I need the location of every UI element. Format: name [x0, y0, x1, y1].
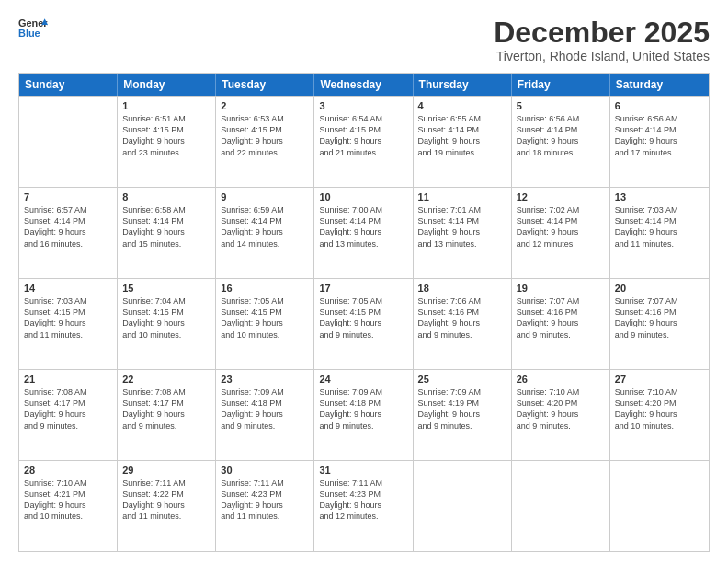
- day-info: Sunrise: 7:02 AMSunset: 4:14 PMDaylight:…: [517, 204, 605, 249]
- day-number: 23: [221, 373, 309, 385]
- day-number: 20: [615, 282, 704, 293]
- day-number: 21: [24, 373, 112, 385]
- day-info: Sunrise: 7:01 AMSunset: 4:14 PMDaylight:…: [418, 204, 506, 249]
- week-row-4: 21Sunrise: 7:08 AMSunset: 4:17 PMDayligh…: [19, 369, 709, 460]
- svg-text:Blue: Blue: [18, 28, 40, 39]
- logo-icon: General Blue: [18, 17, 48, 42]
- day-info: Sunrise: 7:05 AMSunset: 4:15 PMDaylight:…: [319, 295, 407, 340]
- cal-cell: 17Sunrise: 7:05 AMSunset: 4:15 PMDayligh…: [314, 279, 413, 369]
- cal-cell: 18Sunrise: 7:06 AMSunset: 4:16 PMDayligh…: [414, 279, 512, 369]
- calendar-body: 1Sunrise: 6:51 AMSunset: 4:15 PMDaylight…: [19, 96, 709, 551]
- day-info: Sunrise: 7:11 AMSunset: 4:22 PMDaylight:…: [122, 477, 210, 523]
- day-info: Sunrise: 7:10 AMSunset: 4:20 PMDaylight:…: [615, 386, 704, 431]
- day-info: Sunrise: 7:09 AMSunset: 4:18 PMDaylight:…: [319, 386, 407, 431]
- cal-cell: 2Sunrise: 6:53 AMSunset: 4:15 PMDaylight…: [216, 97, 314, 187]
- cal-cell: 16Sunrise: 7:05 AMSunset: 4:15 PMDayligh…: [216, 279, 314, 369]
- day-info: Sunrise: 7:07 AMSunset: 4:16 PMDaylight:…: [615, 295, 704, 340]
- cal-cell: 30Sunrise: 7:11 AMSunset: 4:23 PMDayligh…: [216, 461, 314, 551]
- day-number: 4: [418, 100, 506, 111]
- day-number: 2: [221, 100, 309, 111]
- calendar: SundayMondayTuesdayWednesdayThursdayFrid…: [18, 73, 710, 552]
- day-number: 25: [418, 373, 506, 385]
- day-info: Sunrise: 7:11 AMSunset: 4:23 PMDaylight:…: [221, 477, 309, 523]
- day-info: Sunrise: 7:08 AMSunset: 4:17 PMDaylight:…: [122, 386, 210, 431]
- day-info: Sunrise: 7:10 AMSunset: 4:20 PMDaylight:…: [517, 386, 605, 431]
- day-info: Sunrise: 6:59 AMSunset: 4:14 PMDaylight:…: [221, 204, 309, 249]
- day-number: 3: [319, 100, 407, 111]
- day-number: 16: [221, 282, 309, 293]
- cal-cell: 22Sunrise: 7:08 AMSunset: 4:17 PMDayligh…: [118, 370, 216, 460]
- cal-cell: 14Sunrise: 7:03 AMSunset: 4:15 PMDayligh…: [19, 279, 118, 369]
- cal-cell: 7Sunrise: 6:57 AMSunset: 4:14 PMDaylight…: [19, 188, 118, 278]
- day-header-sunday: Sunday: [19, 74, 118, 96]
- day-number: 28: [24, 465, 112, 476]
- day-number: 26: [517, 373, 605, 385]
- day-number: 8: [122, 191, 210, 202]
- day-header-friday: Friday: [512, 74, 610, 96]
- day-number: 18: [418, 282, 506, 293]
- day-info: Sunrise: 7:00 AMSunset: 4:14 PMDaylight:…: [319, 204, 407, 249]
- week-row-2: 7Sunrise: 6:57 AMSunset: 4:14 PMDaylight…: [19, 187, 709, 278]
- cal-cell: 15Sunrise: 7:04 AMSunset: 4:15 PMDayligh…: [118, 279, 216, 369]
- cal-cell: 13Sunrise: 7:03 AMSunset: 4:14 PMDayligh…: [610, 188, 709, 278]
- day-number: 22: [122, 373, 210, 385]
- cal-cell: 19Sunrise: 7:07 AMSunset: 4:16 PMDayligh…: [512, 279, 610, 369]
- day-number: 10: [319, 191, 407, 202]
- cal-cell: 25Sunrise: 7:09 AMSunset: 4:19 PMDayligh…: [414, 370, 512, 460]
- day-info: Sunrise: 7:07 AMSunset: 4:16 PMDaylight:…: [517, 295, 605, 340]
- location: Tiverton, Rhode Island, United States: [494, 49, 710, 63]
- cal-cell: 31Sunrise: 7:11 AMSunset: 4:23 PMDayligh…: [314, 461, 413, 551]
- day-info: Sunrise: 6:55 AMSunset: 4:14 PMDaylight:…: [418, 113, 506, 158]
- day-header-monday: Monday: [118, 74, 216, 96]
- month-title: December 2025: [494, 17, 710, 49]
- day-header-tuesday: Tuesday: [216, 74, 314, 96]
- day-header-wednesday: Wednesday: [314, 74, 413, 96]
- day-info: Sunrise: 6:58 AMSunset: 4:14 PMDaylight:…: [122, 204, 210, 249]
- cal-cell: [19, 97, 118, 187]
- day-number: 7: [24, 191, 112, 202]
- day-header-saturday: Saturday: [610, 74, 709, 96]
- day-number: 31: [319, 465, 407, 476]
- logo: General Blue: [18, 17, 48, 42]
- cal-cell: 5Sunrise: 6:56 AMSunset: 4:14 PMDaylight…: [512, 97, 610, 187]
- cal-cell: 9Sunrise: 6:59 AMSunset: 4:14 PMDaylight…: [216, 188, 314, 278]
- cal-cell: 10Sunrise: 7:00 AMSunset: 4:14 PMDayligh…: [314, 188, 413, 278]
- day-number: 19: [517, 282, 605, 293]
- day-info: Sunrise: 6:53 AMSunset: 4:15 PMDaylight:…: [221, 113, 309, 158]
- cal-cell: 29Sunrise: 7:11 AMSunset: 4:22 PMDayligh…: [118, 461, 216, 551]
- day-info: Sunrise: 7:09 AMSunset: 4:19 PMDaylight:…: [418, 386, 506, 431]
- day-number: 1: [122, 100, 210, 111]
- cal-cell: 24Sunrise: 7:09 AMSunset: 4:18 PMDayligh…: [314, 370, 413, 460]
- cal-cell: 4Sunrise: 6:55 AMSunset: 4:14 PMDaylight…: [414, 97, 512, 187]
- cal-cell: 27Sunrise: 7:10 AMSunset: 4:20 PMDayligh…: [610, 370, 709, 460]
- cal-cell: [512, 461, 610, 551]
- week-row-1: 1Sunrise: 6:51 AMSunset: 4:15 PMDaylight…: [19, 96, 709, 187]
- day-number: 17: [319, 282, 407, 293]
- day-info: Sunrise: 7:08 AMSunset: 4:17 PMDaylight:…: [24, 386, 112, 431]
- day-info: Sunrise: 7:11 AMSunset: 4:23 PMDaylight:…: [319, 477, 407, 523]
- day-number: 24: [319, 373, 407, 385]
- day-number: 27: [615, 373, 704, 385]
- day-info: Sunrise: 7:09 AMSunset: 4:18 PMDaylight:…: [221, 386, 309, 431]
- day-number: 30: [221, 465, 309, 476]
- cal-cell: 23Sunrise: 7:09 AMSunset: 4:18 PMDayligh…: [216, 370, 314, 460]
- day-info: Sunrise: 7:03 AMSunset: 4:15 PMDaylight:…: [24, 295, 112, 340]
- cal-cell: [414, 461, 512, 551]
- title-block: December 2025 Tiverton, Rhode Island, Un…: [494, 17, 710, 63]
- day-info: Sunrise: 7:03 AMSunset: 4:14 PMDaylight:…: [615, 204, 704, 249]
- page: General Blue December 2025 Tiverton, Rho…: [0, 0, 728, 563]
- day-info: Sunrise: 7:05 AMSunset: 4:15 PMDaylight:…: [221, 295, 309, 340]
- day-number: 5: [517, 100, 605, 111]
- day-header-thursday: Thursday: [414, 74, 512, 96]
- day-info: Sunrise: 6:54 AMSunset: 4:15 PMDaylight:…: [319, 113, 407, 158]
- cal-cell: 20Sunrise: 7:07 AMSunset: 4:16 PMDayligh…: [610, 279, 709, 369]
- day-number: 11: [418, 191, 506, 202]
- cal-cell: 26Sunrise: 7:10 AMSunset: 4:20 PMDayligh…: [512, 370, 610, 460]
- cal-cell: 6Sunrise: 6:56 AMSunset: 4:14 PMDaylight…: [610, 97, 709, 187]
- day-number: 6: [615, 100, 704, 111]
- day-info: Sunrise: 7:06 AMSunset: 4:16 PMDaylight:…: [418, 295, 506, 340]
- day-info: Sunrise: 6:57 AMSunset: 4:14 PMDaylight:…: [24, 204, 112, 249]
- cal-cell: 3Sunrise: 6:54 AMSunset: 4:15 PMDaylight…: [314, 97, 413, 187]
- calendar-header: SundayMondayTuesdayWednesdayThursdayFrid…: [19, 74, 709, 96]
- day-info: Sunrise: 6:56 AMSunset: 4:14 PMDaylight:…: [517, 113, 605, 158]
